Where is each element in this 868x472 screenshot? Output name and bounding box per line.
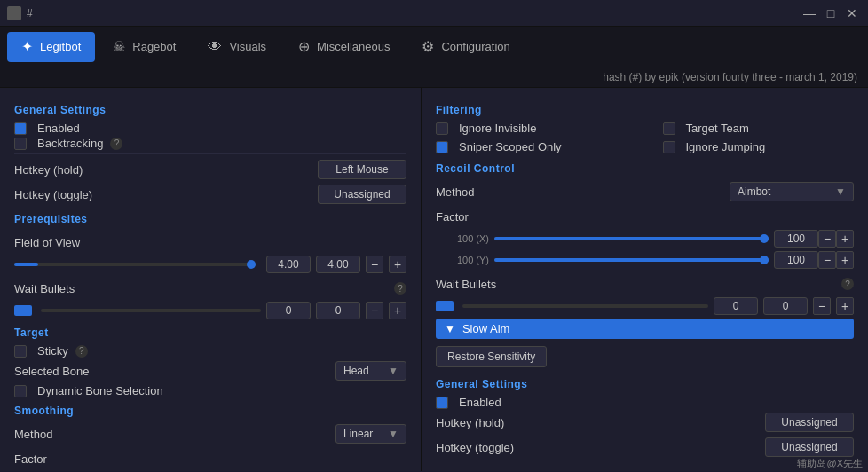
wait-bullets-indicator: [14, 305, 32, 316]
fov-plus-button[interactable]: +: [389, 256, 406, 273]
hash-bar: hash (#) by epik (version fourty three -…: [0, 67, 868, 88]
right-enabled-label: Enabled: [459, 396, 501, 409]
rc-factor-row: Factor: [436, 205, 854, 228]
sticky-checkbox[interactable]: [14, 345, 27, 358]
rc-x-plus-button[interactable]: +: [836, 230, 854, 248]
rc-y-val: 100: [774, 251, 818, 269]
rc-method-dropdown[interactable]: Aimbot ▼: [730, 182, 854, 201]
rc-wait-bullets-label: Wait Bullets: [436, 278, 841, 291]
hotkey-hold-button[interactable]: Left Mouse: [318, 160, 406, 179]
smoothing-method-row: Method Linear ▼: [14, 422, 406, 445]
sniper-scoped-row: Sniper Scoped Only: [436, 140, 627, 153]
slow-aim-title: Slow Aim: [462, 322, 509, 335]
right-enabled-checkbox[interactable]: [436, 397, 448, 409]
rc-y-slider[interactable]: [494, 258, 769, 262]
right-hotkey-hold-row: Hotkey (hold) Unassigned: [436, 411, 854, 434]
hotkey-toggle-button[interactable]: Unassigned: [318, 185, 406, 204]
fov-row: Field of View: [14, 231, 406, 254]
app-icon: [7, 6, 21, 20]
target-team-row: Target Team: [663, 122, 855, 135]
backtracking-row: Backtracking ?: [14, 137, 406, 150]
enabled-checkbox[interactable]: [14, 122, 27, 135]
right-enabled-row: Enabled: [436, 396, 854, 409]
tab-miscellaneous[interactable]: ⊕ Miscellaneous: [284, 32, 404, 62]
dynamic-bone-label: Dynamic Bone Selection: [37, 384, 163, 397]
fov-slider[interactable]: [14, 263, 256, 266]
title-bar: # — □ ✕: [0, 0, 868, 27]
filtering-title: Filtering: [436, 104, 854, 116]
rc-method-value: Aimbot: [738, 185, 770, 198]
wait-bullets-help-icon[interactable]: ?: [394, 282, 406, 295]
rc-y-label: 100 (Y): [436, 255, 489, 265]
sticky-row: Sticky ?: [14, 344, 406, 358]
rc-x-minus-button[interactable]: −: [818, 230, 836, 248]
target-team-label: Target Team: [686, 122, 749, 135]
right-general-settings-title: General Settings: [436, 378, 854, 390]
target-title: Target: [14, 326, 406, 339]
rc-x-val: 100: [774, 230, 818, 248]
rc-x-slider[interactable]: [494, 237, 769, 240]
smoothing-method-dropdown[interactable]: Linear ▼: [335, 424, 406, 444]
tab-legitbot[interactable]: ✦ Legitbot: [7, 32, 95, 62]
smoothing-factor-row: Factor: [14, 447, 406, 470]
right-panel: Filtering Ignore Invisible Target Team S…: [422, 88, 868, 471]
selected-bone-arrow-icon: ▼: [388, 365, 398, 377]
rc-wait-bullets-row: Wait Bullets ?: [436, 272, 854, 295]
sticky-help-icon[interactable]: ?: [75, 345, 88, 358]
restore-sensitivity-button[interactable]: Restore Sensitivity: [436, 346, 547, 367]
backtracking-help-icon[interactable]: ?: [110, 138, 122, 150]
rc-y-plus-button[interactable]: +: [836, 251, 854, 269]
tab-visuals[interactable]: 👁 Visuals: [193, 32, 280, 62]
ignore-jumping-checkbox[interactable]: [663, 141, 675, 153]
left-panel: General Settings Enabled Backtracking ? …: [0, 88, 422, 471]
right-hotkey-toggle-label: Hotkey (toggle): [436, 441, 765, 454]
wait-bullets-val2: 0: [316, 302, 360, 319]
rc-wait-bullets-help-icon[interactable]: ?: [841, 278, 854, 290]
hash-text: hash (#) by epik (version fourty three -…: [603, 71, 857, 83]
slow-aim-section: ▼ Slow Aim: [436, 319, 854, 339]
fov-minus-button[interactable]: −: [366, 256, 383, 273]
hotkey-toggle-label: Hotkey (toggle): [14, 188, 318, 201]
target-team-checkbox[interactable]: [663, 122, 675, 135]
smoothing-method-arrow-icon: ▼: [388, 428, 398, 440]
wait-bullets-plus-button[interactable]: +: [389, 302, 406, 319]
rc-method-arrow-icon: ▼: [835, 185, 846, 198]
close-button[interactable]: ✕: [843, 4, 861, 22]
right-hotkey-hold-label: Hotkey (hold): [436, 416, 765, 429]
rc-wait-bullets-val1: 0: [714, 297, 758, 315]
smoothing-factor-label: Factor: [14, 452, 406, 466]
rc-wait-bullets-slider[interactable]: [462, 304, 708, 308]
sniper-scoped-label: Sniper Scoped Only: [459, 140, 562, 153]
wait-bullets-minus-button[interactable]: −: [366, 302, 383, 319]
right-hotkey-toggle-button[interactable]: Unassigned: [765, 437, 854, 457]
backtracking-checkbox[interactable]: [14, 138, 27, 150]
rc-x-label: 100 (X): [436, 233, 489, 244]
tab-ragebot[interactable]: ☠ Ragebot: [99, 32, 190, 62]
tab-configuration[interactable]: ⚙ Configuration: [407, 32, 524, 62]
sticky-label: Sticky: [37, 344, 68, 358]
rc-y-minus-button[interactable]: −: [818, 251, 836, 269]
right-hotkey-hold-button[interactable]: Unassigned: [765, 413, 854, 432]
dynamic-bone-checkbox[interactable]: [14, 385, 27, 397]
tab-configuration-label: Configuration: [441, 40, 509, 53]
sniper-scoped-checkbox[interactable]: [436, 141, 448, 153]
enabled-label: Enabled: [37, 122, 80, 135]
tab-miscellaneous-label: Miscellaneous: [317, 40, 390, 53]
fov-label: Field of View: [14, 236, 406, 249]
rc-wait-bullets-minus-button[interactable]: −: [813, 297, 831, 315]
rc-wait-bullets-val2: 0: [763, 297, 808, 315]
enabled-row: Enabled: [14, 122, 406, 135]
rc-factor-label: Factor: [436, 210, 854, 224]
tab-ragebot-label: Ragebot: [132, 40, 176, 53]
wait-bullets-row: Wait Bullets ?: [14, 277, 406, 300]
fov-slider-row: 4.00 4.00 − +: [14, 256, 406, 273]
hotkey-toggle-row: Hotkey (toggle) Unassigned: [14, 183, 406, 206]
selected-bone-dropdown[interactable]: Head ▼: [335, 361, 406, 381]
ignore-invisible-checkbox[interactable]: [436, 122, 448, 135]
maximize-button[interactable]: □: [822, 4, 840, 22]
minimize-button[interactable]: —: [801, 4, 818, 22]
smoothing-title: Smoothing: [14, 405, 406, 417]
smoothing-method-value: Linear: [343, 428, 373, 440]
rc-wait-bullets-plus-button[interactable]: +: [836, 297, 854, 315]
wait-bullets-slider[interactable]: [41, 309, 261, 312]
